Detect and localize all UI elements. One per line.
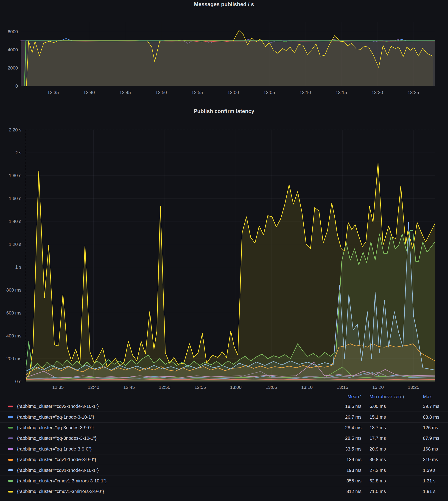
x-axis-tick-label: 12:55	[194, 385, 206, 390]
y-axis-tick-label: 0 s	[15, 379, 21, 384]
series-mean-value: 26.7 ms	[334, 415, 361, 420]
x-axis-tick-label: 12:55	[192, 90, 203, 95]
legend-header-row: Mean^ Min (above zero) Max	[0, 392, 448, 401]
y-axis-tick-label: 2 s	[15, 150, 21, 155]
series-max-value: 83.8 ms	[423, 415, 448, 420]
series-mean-value: 355 ms	[334, 478, 361, 484]
series-mean-value: 139 ms	[334, 457, 361, 462]
series-color-swatch[interactable]	[8, 469, 13, 471]
x-axis-tick-label: 13:00	[230, 385, 241, 390]
series-min-value: 62.8 ms	[369, 478, 423, 484]
series-max-value: 319 ms	[423, 457, 448, 462]
y-axis-tick-label: 1.60 s	[9, 196, 21, 201]
series-mean-value: 28.5 ms	[334, 436, 361, 441]
series-label[interactable]: {rabbitmq_cluster="cqv1-1node-3-9-0"}	[17, 457, 334, 462]
series-color-swatch[interactable]	[8, 438, 13, 439]
x-axis-tick-label: 12:45	[123, 385, 135, 390]
series-label[interactable]: {rabbitmq_cluster="qq-3nodes-3-9-0"}	[17, 425, 334, 430]
series-max-value: 39.7 ms	[423, 404, 448, 409]
x-axis-tick-label: 13:10	[300, 90, 311, 95]
series-min-value: 20.9 ms	[369, 446, 423, 452]
x-axis-tick-label: 12:50	[155, 90, 167, 95]
series-min-value: 6.00 ms	[369, 404, 423, 409]
x-axis-tick-label: 12:35	[52, 385, 64, 390]
series-label[interactable]: {rabbitmq_cluster="cmqv1-3mirrors-3-10-1…	[17, 478, 334, 484]
y-axis-tick-label: 1 s	[15, 265, 21, 269]
series-min-value: 39.8 ms	[369, 457, 423, 462]
series-color-swatch[interactable]	[8, 480, 13, 482]
x-axis-tick-label: 13:25	[408, 385, 419, 390]
series-color-swatch[interactable]	[8, 491, 13, 493]
legend-bottom-divider	[0, 497, 448, 497]
x-axis-tick-label: 13:00	[227, 90, 239, 95]
x-axis-tick-label: 13:15	[336, 90, 347, 95]
x-axis-tick-label: 13:25	[408, 90, 419, 95]
series-line-qq-1node-3-10-1	[21, 39, 435, 41]
series-color-swatch[interactable]	[8, 448, 13, 450]
sort-ascending-icon: ^	[360, 394, 361, 398]
legend-row[interactable]: {rabbitmq_cluster="cqv2-1node-3-10-1"} 1…	[0, 401, 448, 411]
legend-row[interactable]: {rabbitmq_cluster="cqv1-1node-3-9-0"} 13…	[0, 454, 448, 465]
series-max-value: 168 ms	[423, 446, 448, 452]
series-max-value: 87.9 ms	[423, 436, 448, 441]
y-axis-tick-label: 4000	[8, 47, 18, 52]
series-color-swatch[interactable]	[8, 406, 13, 407]
series-label[interactable]: {rabbitmq_cluster="qq-1node-3-9-0"}	[17, 446, 334, 452]
x-axis-tick-label: 12:50	[159, 385, 170, 390]
x-axis-tick-label: 13:10	[301, 385, 313, 390]
series-label[interactable]: {rabbitmq_cluster="cmqv1-3mirrors-3-9-0"…	[17, 489, 334, 494]
series-max-value: 1.39 s	[423, 468, 448, 473]
series-color-swatch[interactable]	[8, 427, 13, 428]
series-label[interactable]: {rabbitmq_cluster="qq-1node-3-10-1"}	[17, 415, 334, 420]
series-color-swatch[interactable]	[8, 459, 13, 461]
messages-published-chart[interactable]: 12:3512:4012:4512:5012:5513:0013:0513:10…	[0, 0, 448, 108]
x-axis-tick-label: 12:45	[119, 90, 131, 95]
y-axis-tick-label: 1.40 s	[9, 219, 21, 224]
x-axis-tick-label: 13:05	[266, 385, 277, 390]
series-max-value: 126 ms	[423, 425, 448, 430]
series-label[interactable]: {rabbitmq_cluster="qq-3nodes-3-10-1"}	[17, 436, 334, 441]
series-min-value: 17.7 ms	[369, 436, 423, 441]
y-axis-tick-label: 600 ms	[6, 310, 21, 315]
legend-row[interactable]: {rabbitmq_cluster="cmqv1-3mirrors-3-9-0"…	[0, 486, 448, 497]
series-mean-value: 18.5 ms	[334, 404, 361, 409]
legend-row[interactable]: {rabbitmq_cluster="cqv1-1node-3-10-1"} 1…	[0, 465, 448, 475]
y-axis-tick-label: 6000	[8, 29, 18, 34]
panel-title-publish-confirm-latency[interactable]: Publish confirm latency	[0, 108, 448, 114]
y-axis-tick-label: 1.20 s	[9, 242, 21, 247]
series-max-value: 1.91 s	[423, 489, 448, 494]
legend-row[interactable]: {rabbitmq_cluster="qq-1node-3-10-1"} 26.…	[0, 411, 448, 422]
x-axis-tick-label: 13:05	[263, 90, 275, 95]
series-mean-value: 33.5 ms	[334, 446, 361, 452]
legend-column-max[interactable]: Max	[423, 394, 448, 399]
series-mean-value: 193 ms	[334, 468, 361, 473]
series-label[interactable]: {rabbitmq_cluster="cqv2-1node-3-10-1"}	[17, 404, 334, 409]
legend-row[interactable]: {rabbitmq_cluster="qq-1node-3-9-0"} 33.5…	[0, 444, 448, 454]
y-axis-tick-label: 0	[15, 83, 18, 89]
y-axis-tick-label: 1.80 s	[9, 173, 21, 178]
legend-row[interactable]: {rabbitmq_cluster="qq-3nodes-3-9-0"} 28.…	[0, 422, 448, 433]
legend-column-min-above-zero[interactable]: Min (above zero)	[369, 394, 423, 399]
publish-confirm-latency-chart[interactable]: 12:3512:4012:4512:5012:5513:0013:0513:10…	[0, 115, 448, 391]
x-axis-tick-label: 12:35	[47, 90, 59, 95]
x-axis-tick-label: 13:15	[337, 385, 348, 390]
series-color-swatch[interactable]	[8, 416, 13, 418]
legend-table: Mean^ Min (above zero) Max {rabbitmq_clu…	[0, 392, 448, 497]
legend-row[interactable]: {rabbitmq_cluster="qq-3nodes-3-10-1"} 28…	[0, 433, 448, 443]
legend-column-mean[interactable]: Mean^	[334, 394, 361, 399]
series-mean-value: 812 ms	[334, 489, 361, 494]
series-mean-value: 28.4 ms	[334, 425, 361, 430]
y-axis-tick-label: 200 ms	[6, 356, 21, 361]
series-label[interactable]: {rabbitmq_cluster="cqv1-1node-3-10-1"}	[17, 468, 334, 473]
series-min-value: 18.7 ms	[369, 425, 423, 430]
x-axis-tick-label: 12:40	[88, 385, 99, 390]
dashboard: Messages published / s 12:3512:4012:4512…	[0, 0, 448, 501]
x-axis-tick-label: 13:20	[372, 385, 384, 390]
y-axis-tick-label: 2.20 s	[9, 127, 21, 132]
series-min-value: 27.2 ms	[369, 468, 423, 473]
x-axis-tick-label: 12:40	[83, 90, 95, 95]
x-axis-tick-label: 13:20	[372, 90, 383, 95]
legend-row[interactable]: {rabbitmq_cluster="cmqv1-3mirrors-3-10-1…	[0, 476, 448, 486]
y-axis-tick-label: 2000	[8, 65, 18, 70]
y-axis-tick-label: 400 ms	[6, 333, 21, 338]
